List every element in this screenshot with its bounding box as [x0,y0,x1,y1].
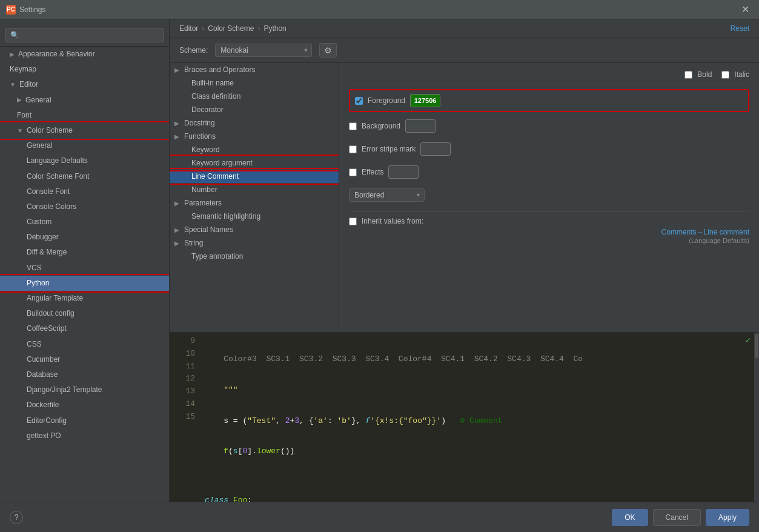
list-item-string[interactable]: ▶ String [170,236,339,250]
app-icon: PC [6,5,16,15]
reset-link[interactable]: Reset [731,24,749,33]
list-item-label: Line Comment [191,172,239,181]
code-scrollbar[interactable] [754,333,759,502]
sidebar-item-editor[interactable]: ▼ Editor [0,77,169,92]
help-button[interactable]: ? [10,511,23,524]
sidebar-item-python[interactable]: Python [0,276,169,291]
list-item-type-annotation[interactable]: Type annotation [170,250,339,263]
props-pane: Bold Italic Foreground 127506 Back [339,63,759,332]
sidebar-item-cs-general[interactable]: General [0,138,169,153]
list-item-label: Keyword [191,145,220,154]
inherit-checkbox[interactable] [349,218,357,225]
list-item-label: Number [191,185,217,194]
line-numbers: 9 10 11 12 13 14 15 [170,333,200,502]
sidebar-item-lang-defaults[interactable]: Language Defaults [0,153,169,168]
expand-icon: ▶ [174,200,182,207]
foreground-row: Foreground 127506 [349,89,749,112]
breadcrumb-editor: Editor [179,24,198,33]
check-icon: ✓ [746,335,751,345]
list-item-label: Braces and Operators [184,65,255,74]
sidebar-item-css[interactable]: CSS [0,337,169,352]
sidebar-item-angular[interactable]: Angular Template [0,291,169,306]
bold-checkbox[interactable] [684,71,692,79]
sidebar-item-keymap[interactable]: Keymap [0,62,169,77]
scrollbar-thumb [755,334,758,358]
sidebar-item-font[interactable]: Font [0,108,169,123]
error-stripe-checkbox[interactable] [349,145,357,153]
list-item-classdef[interactable]: Class definition [170,90,339,103]
arrow-icon: ▼ [17,126,23,136]
error-stripe-label: Error stripe mark [362,145,416,153]
list-item-docstring[interactable]: ▶ Docstring [170,116,339,130]
sidebar-item-colorscheme[interactable]: ▼ Color Scheme [0,123,169,138]
background-color-swatch[interactable] [405,119,436,133]
italic-label: Italic [734,70,749,79]
list-item-number[interactable]: Number [170,183,339,196]
scheme-label: Scheme: [179,46,208,55]
ok-button[interactable]: OK [612,509,648,526]
gear-button[interactable]: ⚙ [319,43,337,58]
list-item-label: Keyword argument [191,159,253,167]
list-pane: ▶ Braces and Operators Built-in name Cla… [170,63,339,332]
list-item-semantic[interactable]: Semantic highlighting [170,210,339,223]
inherit-sub: (Language Defaults) [689,237,749,244]
sidebar-item-debugger[interactable]: Debugger [0,230,169,245]
list-item-functions[interactable]: ▶ Functions [170,130,339,143]
style-options-row: Bold Italic [349,70,749,84]
foreground-color-swatch[interactable]: 127506 [410,94,440,107]
sidebar-item-django[interactable]: Django/Jinja2 Template [0,382,169,397]
list-item-parameters[interactable]: ▶ Parameters [170,196,339,210]
effects-color-swatch[interactable] [388,165,419,179]
list-item-special-names[interactable]: ▶ Special Names [170,223,339,236]
sidebar-item-console-colors[interactable]: Console Colors [0,199,169,214]
list-item-builtin[interactable]: Built-in name [170,76,339,90]
apply-button[interactable]: Apply [706,509,749,526]
code-line: """ [205,384,754,397]
error-stripe-row: Error stripe mark [349,140,749,158]
search-input[interactable] [5,28,164,42]
error-stripe-color-swatch[interactable] [420,142,451,156]
sidebar-item-editorconfig[interactable]: EditorConfig [0,413,169,428]
sidebar-item-general[interactable]: ▶ General [0,93,169,108]
italic-checkbox[interactable] [721,71,729,79]
list-item-label: Type annotation [191,252,243,261]
breadcrumb-colorscheme: Color Scheme [208,24,254,33]
list-item-braces[interactable]: ▶ Braces and Operators [170,63,339,76]
sidebar-item-gettext[interactable]: gettext PO [0,428,169,444]
sidebar-item-cucumber[interactable]: Cucumber [0,352,169,367]
background-row: Background [349,117,749,135]
bottom-buttons: OK Cancel Apply [612,509,749,526]
sidebar-item-diff-merge[interactable]: Diff & Merge [0,245,169,260]
sidebar-item-cs-font[interactable]: Color Scheme Font [0,169,169,184]
inherit-link[interactable]: Comments→Line comment [661,228,749,236]
sidebar-item-buildout[interactable]: Buildout config [0,306,169,321]
breadcrumb-sep2: › [257,24,260,33]
bold-label: Bold [697,70,712,79]
cancel-button[interactable]: Cancel [653,509,701,526]
effects-type-select[interactable]: Bordered Underscored Bold underscored Un… [349,188,425,202]
sidebar-item-custom[interactable]: Custom [0,214,169,230]
code-lines: 9 10 11 12 13 14 15 Color#3 SC3.1 SC3.2 … [170,333,759,502]
title-bar: PC Settings ✕ [0,0,759,19]
scheme-select[interactable]: Monokai Darcula Default [215,44,312,57]
sidebar-item-coffeescript[interactable]: CoffeeScript [0,321,169,336]
sidebar-item-appearance[interactable]: ▶ Appearance & Behavior [0,47,169,62]
list-item-decorator[interactable]: Decorator [170,103,339,116]
list-item-line-comment[interactable]: Line Comment [170,170,339,183]
list-item-keyword-arg[interactable]: Keyword argument [170,156,339,170]
foreground-checkbox[interactable] [355,97,363,105]
expand-icon: ▶ [174,240,182,247]
sidebar-item-dockerfile[interactable]: Dockerfile [0,397,169,413]
background-checkbox[interactable] [349,122,357,130]
search-container [0,24,169,47]
close-button[interactable]: ✕ [738,2,753,16]
effects-checkbox[interactable] [349,168,357,176]
expand-icon: ▶ [174,133,182,140]
list-item-label: Parameters [184,199,222,207]
sidebar-item-vcs[interactable]: VCS [0,261,169,276]
bottom-bar: ? OK Cancel Apply [0,502,759,532]
arrow-icon: ▼ [10,80,16,90]
sidebar-item-console-font[interactable]: Console Font [0,184,169,199]
sidebar-item-database[interactable]: Database [0,367,169,382]
list-item-keyword[interactable]: Keyword [170,143,339,156]
